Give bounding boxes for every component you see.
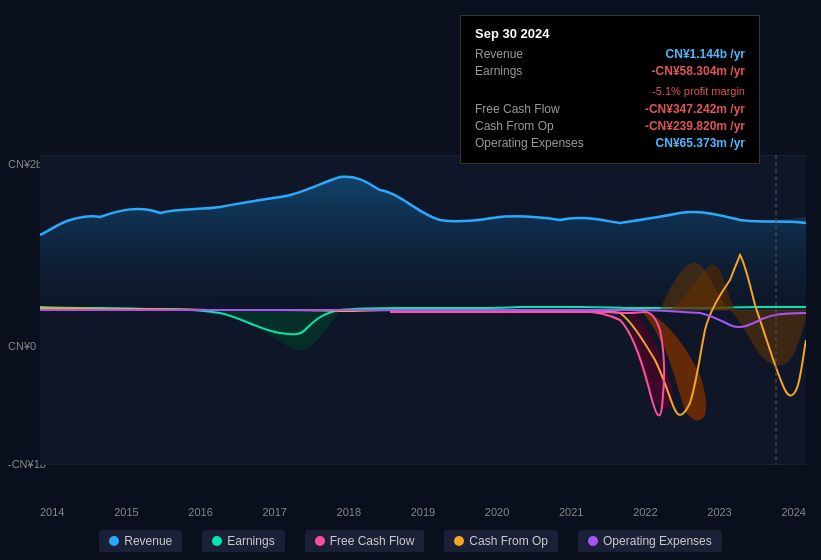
x-label-2023: 2023: [707, 506, 731, 518]
tooltip-profit-margin: -5.1% profit margin: [652, 85, 745, 97]
tooltip-box: Sep 30 2024 Revenue CN¥1.144b /yr Earnin…: [460, 15, 760, 164]
y-label-top: CN¥2b: [8, 158, 42, 170]
legend-label-revenue: Revenue: [124, 534, 172, 548]
tooltip-label-earnings: Earnings: [475, 64, 522, 78]
legend-dot-opex: [588, 536, 598, 546]
legend-item-earnings[interactable]: Earnings: [202, 530, 284, 552]
x-axis: 2014 2015 2016 2017 2018 2019 2020 2021 …: [40, 506, 806, 518]
tooltip-label-revenue: Revenue: [475, 47, 523, 61]
tooltip-date: Sep 30 2024: [475, 26, 745, 41]
x-label-2017: 2017: [262, 506, 286, 518]
x-label-2022: 2022: [633, 506, 657, 518]
legend-item-fcf[interactable]: Free Cash Flow: [305, 530, 425, 552]
tooltip-label-opex: Operating Expenses: [475, 136, 584, 150]
legend: Revenue Earnings Free Cash Flow Cash Fro…: [0, 530, 821, 552]
x-label-2014: 2014: [40, 506, 64, 518]
legend-dot-earnings: [212, 536, 222, 546]
legend-item-cashfromop[interactable]: Cash From Op: [444, 530, 558, 552]
tooltip-row-fcf: Free Cash Flow -CN¥347.242m /yr: [475, 102, 745, 116]
y-label-mid: CN¥0: [8, 340, 36, 352]
chart-container: Sep 30 2024 Revenue CN¥1.144b /yr Earnin…: [0, 0, 821, 560]
tooltip-label-fcf: Free Cash Flow: [475, 102, 560, 116]
legend-dot-fcf: [315, 536, 325, 546]
tooltip-value-earnings: -CN¥58.304m /yr: [652, 64, 745, 78]
x-label-2019: 2019: [411, 506, 435, 518]
tooltip-value-cashfromop: -CN¥239.820m /yr: [645, 119, 745, 133]
x-label-2024: 2024: [781, 506, 805, 518]
tooltip-label-cashfromop: Cash From Op: [475, 119, 554, 133]
tooltip-row-cashfromop: Cash From Op -CN¥239.820m /yr: [475, 119, 745, 133]
legend-dot-cashfromop: [454, 536, 464, 546]
legend-label-fcf: Free Cash Flow: [330, 534, 415, 548]
x-label-2016: 2016: [188, 506, 212, 518]
legend-label-opex: Operating Expenses: [603, 534, 712, 548]
tooltip-row-opex: Operating Expenses CN¥65.373m /yr: [475, 136, 745, 150]
chart-svg: [40, 155, 806, 465]
tooltip-row-earnings: Earnings -CN¥58.304m /yr: [475, 64, 745, 78]
x-label-2018: 2018: [337, 506, 361, 518]
legend-label-earnings: Earnings: [227, 534, 274, 548]
tooltip-row-revenue: Revenue CN¥1.144b /yr: [475, 47, 745, 61]
legend-dot-revenue: [109, 536, 119, 546]
tooltip-value-fcf: -CN¥347.242m /yr: [645, 102, 745, 116]
tooltip-value-revenue: CN¥1.144b /yr: [666, 47, 745, 61]
x-label-2021: 2021: [559, 506, 583, 518]
legend-item-opex[interactable]: Operating Expenses: [578, 530, 722, 552]
tooltip-value-opex: CN¥65.373m /yr: [656, 136, 745, 150]
legend-item-revenue[interactable]: Revenue: [99, 530, 182, 552]
x-label-2020: 2020: [485, 506, 509, 518]
x-label-2015: 2015: [114, 506, 138, 518]
legend-label-cashfromop: Cash From Op: [469, 534, 548, 548]
